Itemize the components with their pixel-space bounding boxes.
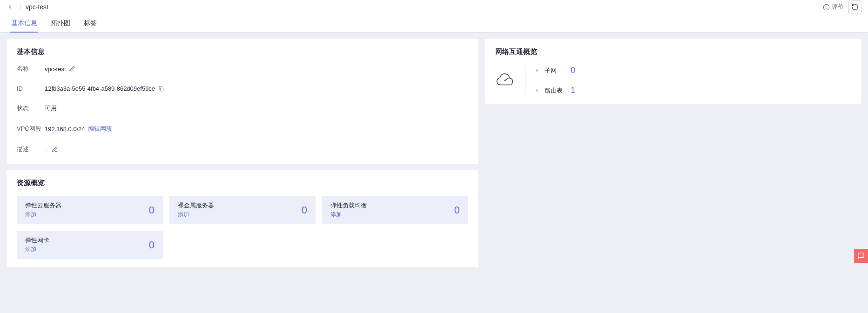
- resource-count: 0: [454, 204, 460, 216]
- left-column: 基本信息 名称 vpc-test ID 12fb3a3a-5e55-4fb4-a…: [7, 39, 478, 267]
- name-value: vpc-test: [45, 66, 66, 73]
- edit-name-button[interactable]: [69, 66, 75, 72]
- tab-basic-info[interactable]: 基本信息: [5, 14, 44, 33]
- tab-label: 基本信息: [11, 19, 37, 27]
- add-resource-link[interactable]: 添加: [25, 211, 61, 219]
- resource-name: 弹性网卡: [25, 236, 49, 245]
- feedback-link[interactable]: 评价: [823, 3, 844, 11]
- network-stat-routetable: 路由表 1: [536, 86, 851, 95]
- info-row-desc: 描述 --: [17, 145, 468, 153]
- stat-label: 子网: [545, 67, 564, 75]
- info-row-id: ID 12fb3a3a-5e55-4fb4-a589-862d09ef59ce: [17, 85, 468, 92]
- svg-rect-3: [160, 88, 163, 91]
- info-value: --: [45, 146, 58, 153]
- header-actions: 评价: [823, 0, 861, 13]
- network-overview-body: 子网 0 路由表 1: [495, 65, 851, 95]
- right-column: 网络互通概览 子网 0 路由表 1: [485, 39, 861, 104]
- resource-name: 弹性云服务器: [25, 201, 61, 210]
- tab-tags[interactable]: 标签: [77, 14, 103, 33]
- tab-bar: 基本信息 拓扑图 标签: [0, 14, 868, 33]
- svg-point-0: [823, 4, 829, 10]
- chevron-left-icon: [7, 4, 13, 10]
- cloud-icon: [495, 72, 515, 88]
- back-button[interactable]: [5, 1, 16, 13]
- add-resource-link[interactable]: 添加: [178, 211, 214, 219]
- tab-topology[interactable]: 拓扑图: [44, 14, 77, 33]
- network-overview-card: 网络互通概览 子网 0 路由表 1: [485, 39, 861, 104]
- resource-card-bms: 裸金属服务器 添加 0: [169, 196, 316, 224]
- resource-name: 裸金属服务器: [178, 201, 214, 210]
- add-resource-link[interactable]: 添加: [25, 246, 49, 253]
- page-title: vpc-test: [26, 3, 48, 11]
- resource-overview-card: 资源概览 弹性云服务器 添加 0 裸金属服务器 添加 0: [7, 170, 478, 267]
- dot-icon: [536, 69, 538, 72]
- resource-card-ecs: 弹性云服务器 添加 0: [17, 196, 163, 224]
- tab-label: 拓扑图: [51, 19, 70, 27]
- stat-value: 0: [571, 66, 575, 75]
- copy-id-button[interactable]: [158, 86, 164, 92]
- resource-card-nic: 弹性网卡 添加 0: [17, 231, 163, 259]
- resource-count: 0: [149, 239, 155, 251]
- edit-desc-button[interactable]: [52, 146, 58, 153]
- dot-icon: [536, 89, 538, 92]
- resource-count: 0: [149, 204, 155, 216]
- chat-icon: [857, 252, 865, 260]
- content-area: 基本信息 名称 vpc-test ID 12fb3a3a-5e55-4fb4-a…: [0, 33, 868, 274]
- info-value: vpc-test: [45, 66, 75, 73]
- resource-grid: 弹性云服务器 添加 0 裸金属服务器 添加 0 弹性负载均衡 添加: [17, 196, 468, 259]
- id-value: 12fb3a3a-5e55-4fb4-a589-862d09ef59ce: [45, 85, 155, 92]
- refresh-button[interactable]: [848, 0, 861, 13]
- status-value: 可用: [45, 104, 57, 113]
- float-feedback-button[interactable]: [854, 249, 868, 263]
- info-value: 12fb3a3a-5e55-4fb4-a589-862d09ef59ce: [45, 85, 164, 92]
- pencil-icon: [69, 66, 75, 72]
- tab-label: 标签: [84, 19, 97, 27]
- copy-icon: [158, 86, 164, 92]
- info-row-name: 名称 vpc-test: [17, 65, 468, 73]
- network-stat-subnet: 子网 0: [536, 66, 851, 75]
- divider: [525, 66, 525, 94]
- info-row-status: 状态 可用: [17, 104, 468, 113]
- info-label: 状态: [17, 104, 45, 113]
- stat-value: 1: [571, 86, 575, 95]
- pencil-icon: [52, 146, 58, 153]
- edit-cidr-link[interactable]: 编辑网段: [88, 125, 112, 133]
- resource-name: 弹性负载均衡: [330, 201, 367, 210]
- network-stats: 子网 0 路由表 1: [536, 65, 851, 95]
- card-title: 网络互通概览: [495, 47, 851, 56]
- add-resource-link[interactable]: 添加: [330, 211, 367, 219]
- stat-label: 路由表: [545, 87, 564, 95]
- card-title: 基本信息: [17, 47, 468, 56]
- resource-count: 0: [302, 204, 307, 216]
- info-row-cidr: VPC网段 192.168.0.0/24 编辑网段: [17, 125, 468, 133]
- page-header: vpc-test 评价: [0, 0, 868, 14]
- cidr-value: 192.168.0.0/24: [45, 126, 85, 133]
- info-label: 名称: [17, 65, 45, 73]
- basic-info-card: 基本信息 名称 vpc-test ID 12fb3a3a-5e55-4fb4-a…: [7, 39, 478, 164]
- desc-value: --: [45, 146, 49, 153]
- feedback-text: 评价: [832, 3, 844, 11]
- info-label: 描述: [17, 145, 45, 153]
- smile-icon: [823, 4, 830, 11]
- divider: [20, 4, 21, 10]
- info-label: VPC网段: [17, 125, 45, 133]
- refresh-icon: [851, 3, 859, 11]
- info-value: 192.168.0.0/24 编辑网段: [45, 125, 112, 133]
- card-title: 资源概览: [17, 179, 468, 187]
- info-label: ID: [17, 85, 45, 92]
- resource-card-elb: 弹性负载均衡 添加 0: [322, 196, 468, 224]
